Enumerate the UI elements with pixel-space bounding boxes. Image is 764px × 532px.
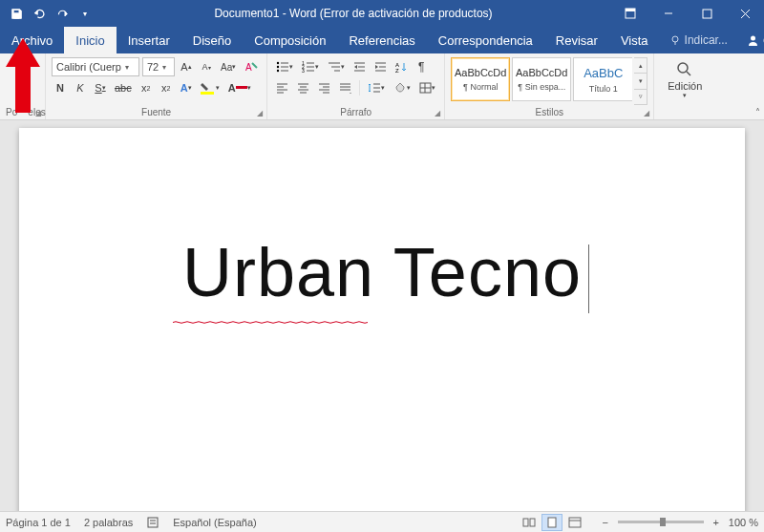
group-paragraph: ▾ 123▾ ▾ AZ ¶ ▾ ▾ ▾ Párrafo◢ bbox=[267, 53, 445, 119]
maximize-button[interactable] bbox=[688, 0, 726, 27]
group-editing: Edición ▾ bbox=[654, 53, 715, 119]
subscript-button[interactable]: x2 bbox=[138, 78, 155, 97]
statusbar: Página 1 de 1 2 palabras Español (España… bbox=[0, 511, 764, 532]
multilevel-button[interactable]: ▾ bbox=[325, 57, 348, 76]
close-button[interactable] bbox=[726, 0, 764, 27]
clear-format-button[interactable]: A bbox=[242, 57, 261, 76]
document-area[interactable]: Urban Tecno bbox=[0, 120, 764, 511]
tab-diseno[interactable]: Diseño bbox=[181, 27, 243, 53]
group-paragraph-label: Párrafo◢ bbox=[273, 107, 438, 117]
underline-button[interactable]: S▾ bbox=[92, 78, 109, 97]
strikethrough-button[interactable]: abc bbox=[112, 78, 135, 97]
svg-rect-12 bbox=[201, 92, 214, 95]
svg-rect-1 bbox=[626, 9, 635, 11]
print-layout-button[interactable] bbox=[541, 514, 562, 531]
gallery-expand-icon[interactable]: ▿ bbox=[634, 89, 647, 104]
align-center-button[interactable] bbox=[294, 78, 312, 97]
ribbon-display-options-button[interactable] bbox=[611, 0, 649, 27]
sort-button[interactable]: AZ bbox=[393, 57, 410, 76]
proofing-button[interactable] bbox=[146, 516, 159, 529]
svg-rect-3 bbox=[703, 10, 711, 18]
style-sin-espaciado[interactable]: AaBbCcDd ¶ Sin espa... bbox=[512, 57, 571, 101]
svg-rect-64 bbox=[530, 519, 535, 526]
page[interactable]: Urban Tecno bbox=[19, 128, 745, 511]
text-effects-button[interactable]: A▾ bbox=[178, 78, 195, 97]
line-spacing-button[interactable]: ▾ bbox=[365, 78, 388, 97]
font-size-combo[interactable]: 72▾ bbox=[142, 57, 175, 76]
undo-button[interactable] bbox=[29, 3, 50, 24]
increase-indent-button[interactable] bbox=[371, 57, 390, 76]
style-normal[interactable]: AaBbCcDd ¶ Normal bbox=[451, 57, 510, 101]
svg-text:A: A bbox=[245, 62, 252, 73]
shrink-font-button[interactable]: A▾ bbox=[198, 57, 215, 76]
tell-me-search[interactable]: Indicar... bbox=[660, 27, 737, 53]
language-button[interactable]: Español (España) bbox=[173, 517, 256, 528]
zoom-out-button[interactable]: − bbox=[599, 517, 612, 528]
quick-access-toolbar: ▾ bbox=[0, 3, 96, 24]
group-styles-label: Estilos◢ bbox=[451, 107, 647, 117]
tab-vista[interactable]: Vista bbox=[609, 27, 660, 53]
zoom-slider[interactable] bbox=[618, 521, 704, 523]
style-titulo1[interactable]: AaBbC Título 1 bbox=[573, 57, 632, 101]
bold-button[interactable]: N bbox=[52, 78, 69, 97]
styles-launcher-icon[interactable]: ◢ bbox=[644, 109, 649, 117]
decrease-indent-button[interactable] bbox=[350, 57, 369, 76]
gallery-down-icon[interactable]: ▾ bbox=[634, 73, 647, 88]
zoom-level[interactable]: 100 % bbox=[729, 517, 758, 528]
svg-rect-9 bbox=[16, 67, 30, 84]
tab-referencias[interactable]: Referencias bbox=[337, 27, 426, 53]
align-left-button[interactable] bbox=[273, 78, 291, 97]
clipboard-launcher-icon[interactable]: ◢ bbox=[35, 109, 41, 117]
superscript-button[interactable]: x2 bbox=[158, 78, 175, 97]
gallery-up-icon[interactable]: ▴ bbox=[634, 58, 647, 73]
minimize-button[interactable] bbox=[649, 0, 688, 27]
highlight-button[interactable]: ▾ bbox=[198, 78, 223, 97]
svg-point-58 bbox=[678, 63, 688, 73]
styles-gallery-more[interactable]: ▴ ▾ ▿ bbox=[634, 57, 647, 105]
svg-line-51 bbox=[340, 93, 350, 94]
svg-rect-65 bbox=[548, 518, 556, 527]
tab-archivo[interactable]: Archivo bbox=[0, 27, 64, 53]
web-layout-button[interactable] bbox=[564, 514, 585, 531]
bullets-button[interactable]: ▾ bbox=[273, 57, 296, 76]
ribbon: Po eles◢ Calibri (Cuerp▾ 72▾ A▴ A▾ Aa▾ A… bbox=[0, 53, 764, 120]
read-mode-button[interactable] bbox=[519, 514, 540, 531]
share-button[interactable]: Compartir bbox=[737, 27, 764, 53]
paste-button[interactable] bbox=[6, 57, 39, 94]
numbering-button[interactable]: 123▾ bbox=[299, 57, 322, 76]
tab-revisar[interactable]: Revisar bbox=[544, 27, 609, 53]
borders-button[interactable]: ▾ bbox=[416, 78, 438, 97]
svg-rect-60 bbox=[148, 518, 158, 527]
tab-inicio[interactable]: Inicio bbox=[64, 27, 116, 53]
page-indicator[interactable]: Página 1 de 1 bbox=[6, 517, 71, 528]
align-right-button[interactable] bbox=[315, 78, 333, 97]
tab-composicion[interactable]: Composición bbox=[243, 27, 337, 53]
justify-button[interactable] bbox=[336, 78, 354, 97]
save-button[interactable] bbox=[6, 3, 27, 24]
font-color-button[interactable]: A▾ bbox=[225, 78, 254, 97]
show-marks-button[interactable]: ¶ bbox=[413, 57, 430, 76]
document-text[interactable]: Urban Tecno bbox=[19, 233, 745, 311]
tab-correspondencia[interactable]: Correspondencia bbox=[427, 27, 544, 53]
qat-customize-icon[interactable]: ▾ bbox=[74, 3, 96, 24]
word-count[interactable]: 2 palabras bbox=[84, 517, 133, 528]
svg-point-8 bbox=[751, 35, 755, 40]
italic-button[interactable]: K bbox=[72, 78, 89, 97]
shading-button[interactable]: ▾ bbox=[391, 78, 414, 97]
font-name-combo[interactable]: Calibri (Cuerp▾ bbox=[52, 57, 139, 76]
zoom-in-button[interactable]: + bbox=[710, 517, 723, 528]
grow-font-button[interactable]: A▴ bbox=[178, 57, 195, 76]
change-case-button[interactable]: Aa▾ bbox=[218, 57, 239, 76]
group-font-label: Fuente◢ bbox=[52, 107, 261, 117]
view-switcher bbox=[519, 514, 585, 531]
paragraph-launcher-icon[interactable]: ◢ bbox=[435, 109, 440, 117]
font-launcher-icon[interactable]: ◢ bbox=[257, 109, 263, 117]
svg-text:Z: Z bbox=[395, 68, 399, 73]
editing-menu-button[interactable]: Edición ▾ bbox=[660, 57, 710, 103]
tab-insertar[interactable]: Insertar bbox=[117, 27, 181, 53]
collapse-ribbon-icon[interactable]: ˄ bbox=[755, 107, 760, 117]
titlebar: ▾ Documento1 - Word (Error de activación… bbox=[0, 0, 764, 27]
svg-rect-63 bbox=[523, 519, 528, 526]
redo-button[interactable] bbox=[52, 3, 73, 24]
person-icon bbox=[747, 34, 759, 47]
